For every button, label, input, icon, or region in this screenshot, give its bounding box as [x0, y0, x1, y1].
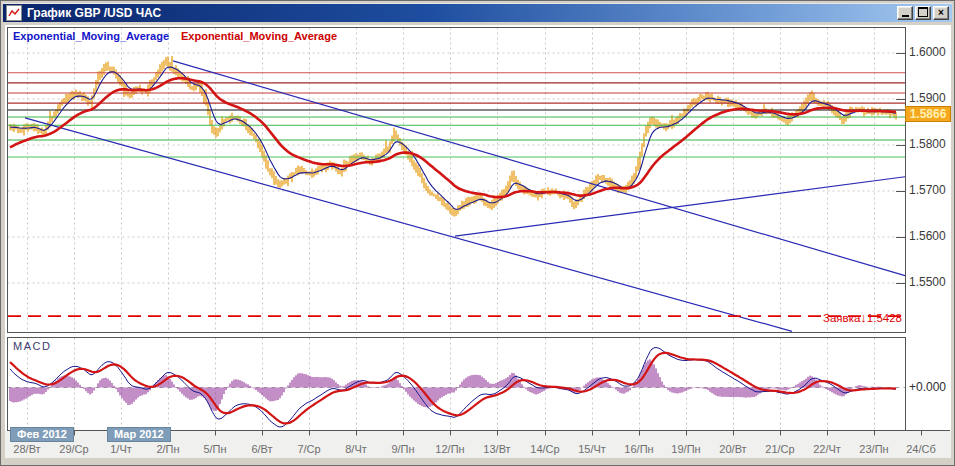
chart-app-icon [6, 5, 22, 21]
ema-fast-line [10, 67, 896, 209]
chart-window: { "window": { "title": "График GBP /USD … [0, 0, 955, 466]
chart-canvas[interactable] [0, 0, 955, 466]
candlestick-series [10, 56, 896, 217]
maximize-icon [918, 7, 928, 17]
minimize-icon [902, 12, 909, 17]
close-button[interactable]: × [933, 6, 949, 20]
ema-slow-line [10, 78, 896, 197]
maximize-button[interactable] [915, 6, 931, 20]
close-icon: × [938, 7, 944, 19]
minimize-button[interactable] [897, 6, 913, 20]
window-titlebar[interactable]: График GBP /USD ЧАС × [3, 3, 952, 22]
window-title: График GBP /USD ЧАС [27, 6, 161, 20]
